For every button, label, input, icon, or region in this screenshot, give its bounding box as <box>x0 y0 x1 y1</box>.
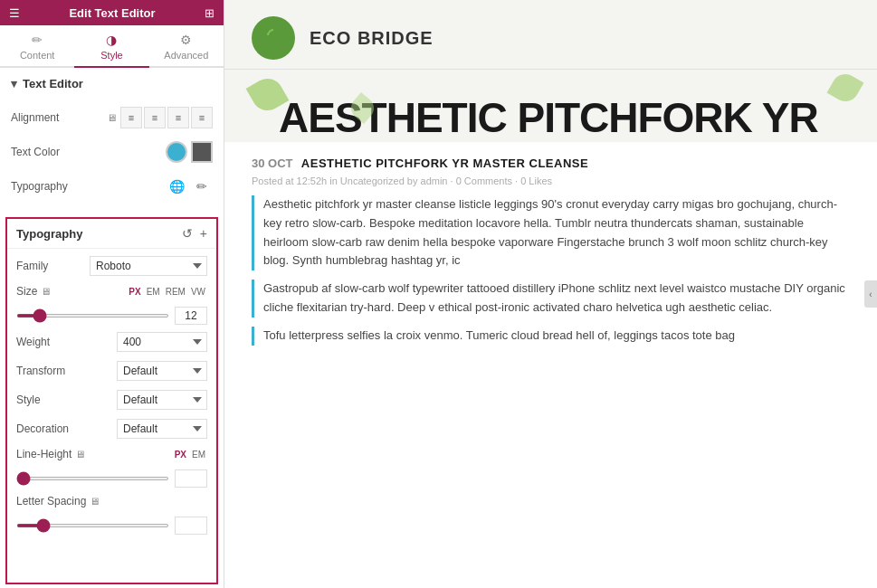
tab-style[interactable]: ◑ Style <box>74 25 148 68</box>
add-icon[interactable]: + <box>200 226 207 241</box>
unit-rem[interactable]: REM <box>164 286 187 298</box>
lh-unit-em[interactable]: EM <box>190 449 207 460</box>
article-date-text: 30 OCT <box>252 156 293 170</box>
weight-label: Weight <box>16 336 80 348</box>
form-area: Alignment 🖥 ≡ ≡ ≡ ≡ Text Color Typograph… <box>0 100 224 213</box>
section-header[interactable]: ▾ Text Editor <box>0 68 224 100</box>
typography-panel-icons: ↺ + <box>182 226 207 241</box>
style-row: Style Default Normal Italic Oblique <box>16 390 207 410</box>
line-height-units: PX EM <box>173 449 207 460</box>
style-icon: ◑ <box>106 33 117 47</box>
transform-select[interactable]: Default Uppercase Lowercase Capitalize <box>117 361 207 381</box>
unit-vw[interactable]: VW <box>189 286 207 298</box>
text-color-row: Text Color <box>11 139 213 165</box>
size-slider[interactable] <box>16 314 169 318</box>
family-row: Family Roboto Arial Georgia Times New Ro… <box>16 256 207 276</box>
article-body-3: Tofu letterpress selfies la croix venmo.… <box>252 327 850 346</box>
article-title-text: AESTHETIC PITCHFORK YR MASTER CLEANSE <box>301 156 588 170</box>
article-body-2: Gastropub af slow-carb wolf typewriter t… <box>252 280 850 318</box>
align-left-btn[interactable]: ≡ <box>120 107 142 128</box>
grid-icon[interactable]: ⊞ <box>205 6 214 20</box>
decoration-select[interactable]: Default None Underline Overline Line-thr… <box>117 419 207 439</box>
line-height-slider[interactable] <box>16 477 169 480</box>
monitor-icon-align: 🖥 <box>107 112 117 123</box>
alignment-controls: 🖥 ≡ ≡ ≡ ≡ <box>107 107 213 128</box>
collapse-handle[interactable]: ‹ <box>864 280 877 308</box>
advanced-icon: ⚙ <box>180 33 192 47</box>
size-units: PX EM REM VW <box>127 286 207 298</box>
paragraph-1: Aesthetic pitchfork yr master cleanse li… <box>263 195 850 270</box>
typography-panel: Typography ↺ + Family Roboto Arial Georg… <box>5 217 218 584</box>
hero-bg: AESTHETIC PITCHFORK YR <box>224 70 877 142</box>
article-date: 30 OCT AESTHETIC PITCHFORK YR MASTER CLE… <box>252 156 850 170</box>
text-color-controls <box>166 141 213 163</box>
weight-select[interactable]: 400 100 200 300 500 600 700 800 900 <box>117 332 207 352</box>
typography-panel-header: Typography ↺ + <box>7 219 216 249</box>
left-panel: ☰ Edit Text Editor ⊞ ✏ Content ◑ Style ⚙… <box>0 0 224 588</box>
reset-icon[interactable]: ↺ <box>182 226 193 241</box>
tab-content-label: Content <box>20 50 55 61</box>
size-value-input[interactable] <box>175 307 207 325</box>
letter-spacing-slider-row <box>16 517 207 535</box>
tab-advanced[interactable]: ⚙ Advanced <box>149 25 224 68</box>
style-select[interactable]: Default Normal Italic Oblique <box>117 390 207 410</box>
alignment-row: Alignment 🖥 ≡ ≡ ≡ ≡ <box>11 105 213 130</box>
size-label: Size 🖥 <box>16 285 80 298</box>
style-label: Style <box>16 394 80 406</box>
tab-style-label: Style <box>100 50 122 61</box>
monitor-icon-lh: 🖥 <box>75 449 85 460</box>
top-bar: ☰ Edit Text Editor ⊞ <box>0 0 224 25</box>
tab-bar: ✏ Content ◑ Style ⚙ Advanced <box>0 25 224 68</box>
monitor-icon-size: 🖥 <box>41 286 51 297</box>
typography-label: Typography <box>11 180 74 193</box>
typography-panel-body: Family Roboto Arial Georgia Times New Ro… <box>7 249 216 549</box>
paragraph-3: Tofu letterpress selfies la croix venmo.… <box>263 327 850 346</box>
line-height-value-input[interactable] <box>175 469 207 488</box>
color-globe-swatch[interactable] <box>166 141 187 163</box>
weight-row: Weight 400 100 200 300 500 600 700 800 9… <box>16 332 207 352</box>
letter-spacing-label: Letter Spacing 🖥 <box>16 495 100 507</box>
section-title: Text Editor <box>23 77 83 90</box>
globe-icon-btn[interactable]: 🌐 <box>166 175 187 197</box>
line-height-slider-row <box>16 469 207 488</box>
family-label: Family <box>16 260 80 272</box>
transform-label: Transform <box>16 365 80 377</box>
decoration-row: Decoration Default None Underline Overli… <box>16 419 207 439</box>
monitor-icon-ls: 🖥 <box>90 496 100 507</box>
typography-controls: 🌐 ✏ <box>166 175 213 197</box>
section-arrow: ▾ <box>11 77 17 90</box>
size-slider-row <box>16 307 207 325</box>
tab-advanced-label: Advanced <box>164 50 208 61</box>
text-color-label: Text Color <box>11 146 74 158</box>
content-area: ECO BRIDGE AESTHETIC PITCHFORK YR 30 OCT… <box>224 0 877 588</box>
color-dark-swatch[interactable] <box>191 141 213 163</box>
align-justify-btn[interactable]: ≡ <box>191 107 213 128</box>
alignment-label: Alignment <box>11 111 74 124</box>
letter-spacing-value-input[interactable] <box>175 517 207 535</box>
line-height-label-row: Line-Height 🖥 PX EM <box>16 448 207 460</box>
logo-text: ECO BRIDGE <box>310 28 434 49</box>
hero-section: ECO BRIDGE <box>224 0 877 70</box>
letter-spacing-slider[interactable] <box>16 524 169 527</box>
right-panel: ECO BRIDGE AESTHETIC PITCHFORK YR 30 OCT… <box>224 0 877 588</box>
family-select[interactable]: Roboto Arial Georgia Times New Roman Hel… <box>90 256 207 276</box>
panel-title: Edit Text Editor <box>69 6 155 20</box>
typography-row: Typography 🌐 ✏ <box>11 174 213 199</box>
article-section: 30 OCT AESTHETIC PITCHFORK YR MASTER CLE… <box>224 142 877 369</box>
unit-em[interactable]: EM <box>145 286 162 298</box>
tab-content[interactable]: ✏ Content <box>0 25 74 68</box>
pencil-icon-btn[interactable]: ✏ <box>191 175 213 197</box>
paragraph-2: Gastropub af slow-carb wolf typewriter t… <box>263 280 850 318</box>
align-center-btn[interactable]: ≡ <box>144 107 166 128</box>
transform-row: Transform Default Uppercase Lowercase Ca… <box>16 361 207 381</box>
article-body: Aesthetic pitchfork yr master cleanse li… <box>252 195 850 270</box>
lh-unit-px[interactable]: PX <box>173 449 188 460</box>
decoration-label: Decoration <box>16 422 80 435</box>
typography-panel-title: Typography <box>16 227 82 241</box>
align-buttons: ≡ ≡ ≡ ≡ <box>120 107 213 128</box>
content-icon: ✏ <box>32 33 43 47</box>
unit-px[interactable]: PX <box>127 286 142 298</box>
menu-icon[interactable]: ☰ <box>9 6 20 20</box>
article-meta: Posted at 12:52h in Uncategorized by adm… <box>252 175 850 186</box>
align-right-btn[interactable]: ≡ <box>167 107 189 128</box>
